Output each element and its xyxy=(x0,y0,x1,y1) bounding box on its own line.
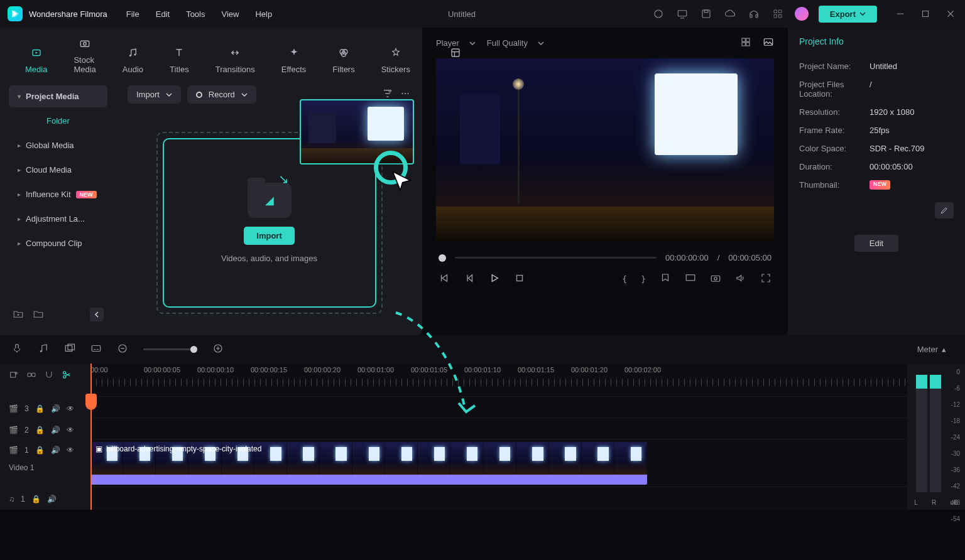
mark-out-icon[interactable]: } xyxy=(641,274,646,284)
sidebar-adjustment-layer[interactable]: ▸Adjustment La... xyxy=(9,208,107,230)
svg-rect-4 xyxy=(750,15,752,18)
folder-icon[interactable] xyxy=(33,308,44,321)
lock-icon[interactable]: 🔒 xyxy=(35,446,45,455)
tab-stock-media[interactable]: Stock Media xyxy=(74,35,95,74)
track-head-a1[interactable]: ♫1🔒🔊 xyxy=(0,488,90,510)
save-icon[interactable] xyxy=(699,7,713,21)
collapse-sidebar-button[interactable] xyxy=(90,308,104,321)
lock-icon[interactable]: 🔒 xyxy=(35,426,45,434)
thumbnail-edit-button[interactable] xyxy=(935,202,954,218)
scrub-track[interactable] xyxy=(455,257,657,259)
sidebar-cloud-media[interactable]: ▸Cloud Media xyxy=(9,159,107,181)
scissors-icon[interactable] xyxy=(62,370,72,382)
tab-transitions[interactable]: Transitions xyxy=(215,45,255,74)
timeline-ruler[interactable]: 00:0000:00:00:0500:00:00:1000:00:00:1500… xyxy=(90,363,907,386)
mute-icon[interactable]: 🔊 xyxy=(47,495,57,503)
grid-view-icon[interactable] xyxy=(740,36,751,50)
play-icon[interactable] xyxy=(489,272,500,286)
mic-icon[interactable] xyxy=(11,343,23,356)
quality-selector[interactable]: Full Quality xyxy=(487,38,544,48)
step-back-icon[interactable] xyxy=(464,272,475,286)
zoom-slider[interactable] xyxy=(143,348,197,350)
link-icon[interactable] xyxy=(26,370,36,382)
tab-effects[interactable]: Effects xyxy=(281,45,307,74)
audio-mixer-icon[interactable] xyxy=(38,343,49,356)
menu-tools[interactable]: Tools xyxy=(186,9,205,19)
track-v1[interactable]: ▣billboard-advertising-empty-space-city-… xyxy=(90,439,907,487)
tab-titles[interactable]: Titles xyxy=(170,45,189,74)
visibility-icon[interactable]: 👁 xyxy=(67,446,74,455)
lock-icon[interactable]: 🔒 xyxy=(31,495,41,503)
menu-view[interactable]: View xyxy=(221,9,239,19)
zoom-out-icon[interactable] xyxy=(117,343,128,356)
mute-icon[interactable]: 🔊 xyxy=(51,404,60,413)
apps-icon[interactable] xyxy=(771,7,785,21)
monitor-icon[interactable] xyxy=(675,7,689,21)
sidebar-influence-kit[interactable]: ▸Influence KitNEW xyxy=(9,183,107,205)
sidebar-compound-clip[interactable]: ▸Compound Clip xyxy=(9,232,107,254)
svg-point-14 xyxy=(129,55,131,57)
video-track-icon: 🎬 xyxy=(9,404,18,413)
menu-edit[interactable]: Edit xyxy=(156,9,170,19)
mark-in-icon[interactable]: { xyxy=(622,274,627,284)
video-clip[interactable]: ▣billboard-advertising-empty-space-city-… xyxy=(90,442,647,485)
tab-filters[interactable]: Filters xyxy=(332,45,354,74)
magnet-icon[interactable] xyxy=(44,370,54,382)
zoom-in-icon[interactable] xyxy=(212,343,224,356)
timeline-body[interactable]: 00:0000:00:00:0500:00:00:1000:00:00:1500… xyxy=(90,363,907,510)
lock-icon[interactable]: 🔒 xyxy=(35,404,45,413)
player-selector[interactable]: Player xyxy=(436,38,476,48)
sidebar-project-media[interactable]: ▾Project Media xyxy=(9,85,107,107)
mute-icon[interactable]: 🔊 xyxy=(51,446,60,455)
display-icon[interactable] xyxy=(685,272,696,286)
sidebar-folder[interactable]: Folder xyxy=(9,110,107,132)
visibility-icon[interactable]: 👁 xyxy=(67,404,74,413)
marker-icon[interactable] xyxy=(660,272,671,286)
meter-toggle[interactable]: Meter ▴ xyxy=(910,342,954,357)
stop-icon[interactable] xyxy=(514,272,525,286)
chevron-up-icon: ▴ xyxy=(942,345,946,354)
preview-viewport[interactable] xyxy=(436,58,774,242)
track-head-v2[interactable]: 🎬2🔒🔊👁 xyxy=(0,419,90,441)
track-head-v3[interactable]: 🎬3🔒🔊👁 xyxy=(0,398,90,419)
track-v2[interactable] xyxy=(90,417,907,439)
user-avatar[interactable] xyxy=(795,7,809,21)
track-v3[interactable] xyxy=(90,396,907,417)
track-head-v1[interactable]: 🎬1🔒🔊👁 Video 1 xyxy=(0,441,90,488)
circle-icon[interactable] xyxy=(652,7,665,21)
maximize-icon[interactable] xyxy=(919,7,932,21)
tab-media[interactable]: Media xyxy=(25,45,47,74)
snapshot-icon[interactable] xyxy=(710,272,721,286)
scrub-handle[interactable] xyxy=(439,254,446,262)
svg-point-15 xyxy=(134,54,136,56)
edit-button[interactable]: Edit xyxy=(854,235,898,252)
track-a1[interactable] xyxy=(90,487,907,508)
record-dropdown[interactable]: Record xyxy=(187,85,256,104)
add-track-icon[interactable] xyxy=(9,370,19,382)
minimize-icon[interactable] xyxy=(893,7,907,21)
close-icon[interactable] xyxy=(944,7,957,21)
image-view-icon[interactable] xyxy=(763,36,774,50)
fullscreen-icon[interactable] xyxy=(760,272,771,286)
prev-frame-icon[interactable] xyxy=(439,272,450,286)
import-button[interactable]: Import xyxy=(244,227,294,245)
adjustment-icon[interactable] xyxy=(64,343,75,356)
time-current: 00:00:00:00 xyxy=(665,253,709,262)
sidebar-global-media[interactable]: ▸Global Media xyxy=(9,134,107,156)
menu-help[interactable]: Help xyxy=(255,9,272,19)
new-folder-icon[interactable] xyxy=(13,308,24,321)
playhead[interactable] xyxy=(90,363,92,510)
cloud-icon[interactable] xyxy=(723,7,737,21)
app-logo xyxy=(8,6,23,21)
chevron-down-icon xyxy=(241,92,248,98)
import-dropdown[interactable]: Import xyxy=(128,85,181,104)
menu-file[interactable]: File xyxy=(126,9,139,19)
mute-icon[interactable]: 🔊 xyxy=(51,426,60,434)
tab-stickers[interactable]: Stickers xyxy=(381,45,410,74)
tab-audio[interactable]: Audio xyxy=(123,45,143,74)
export-button[interactable]: Export xyxy=(819,6,877,23)
visibility-icon[interactable]: 👁 xyxy=(67,426,74,434)
volume-icon[interactable] xyxy=(735,272,746,286)
subtitle-icon[interactable] xyxy=(90,343,102,356)
headphones-icon[interactable] xyxy=(747,7,761,21)
